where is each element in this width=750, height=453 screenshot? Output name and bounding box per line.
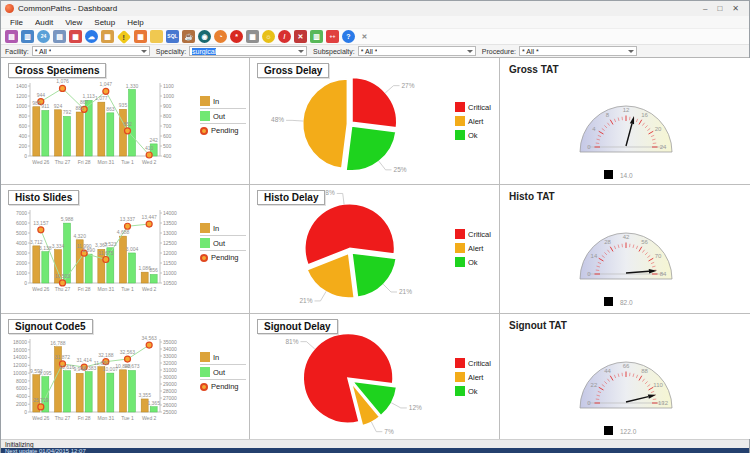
data-label: 1,076: [56, 78, 69, 84]
data-label: 863: [106, 106, 115, 112]
bar-legend: InOutPending: [200, 94, 246, 137]
close-button[interactable]: ✕: [732, 4, 739, 13]
pie-slice-ok: [346, 126, 396, 171]
svg-text:1000: 1000: [16, 270, 27, 276]
burst-icon[interactable]: *: [230, 30, 243, 43]
svg-text:28000: 28000: [163, 388, 177, 394]
svg-text:Mon 31: Mon 31: [97, 415, 114, 421]
notebook-icon[interactable]: ▤: [5, 30, 18, 43]
data-label: 3,004: [126, 246, 139, 252]
panel-title-signout-delay[interactable]: Signout Delay: [257, 319, 338, 334]
svg-text:Fri 28: Fri 28: [78, 415, 91, 421]
svg-text:2000: 2000: [16, 401, 27, 407]
svg-text:Fri 28: Fri 28: [78, 159, 91, 165]
subspecialty-combo[interactable]: * All *: [358, 46, 476, 56]
specialty-combo-value: surgical: [192, 48, 216, 55]
folder-icon[interactable]: [150, 30, 163, 43]
gauge-tick-label: 132: [658, 400, 669, 406]
pending-swatch: [200, 127, 208, 135]
gauge-value-swatch: [604, 170, 613, 179]
gear-icon[interactable]: ☼: [262, 30, 275, 43]
clipboard-icon[interactable]: ▤: [53, 30, 66, 43]
pie-percent-label: 81%: [285, 338, 298, 345]
wrench-icon[interactable]: /: [278, 30, 291, 43]
calculator-icon[interactable]: ▦: [246, 30, 259, 43]
coffee-icon[interactable]: ☕: [182, 30, 195, 43]
help-icon[interactable]: ?: [342, 30, 355, 43]
menu-item-help[interactable]: Help: [122, 17, 148, 28]
bar-out: [107, 373, 114, 412]
svg-text:6000: 6000: [16, 220, 27, 226]
hazard-icon[interactable]: !: [117, 29, 131, 43]
minimize-button[interactable]: –: [703, 4, 707, 13]
window-tiles-icon[interactable]: ▦: [69, 30, 82, 43]
gauge-tick-label: 14: [591, 253, 598, 259]
chart-window-icon[interactable]: ▦: [101, 30, 114, 43]
procedure-combo[interactable]: * All *: [519, 46, 637, 56]
maximize-button[interactable]: □: [717, 4, 722, 13]
panel-signout-tat: Signout TAT022446688110132122.0: [500, 314, 750, 439]
panel-histo-delay: Histo Delay58%21%21%CriticalAlertOk: [250, 185, 500, 314]
panel-title-histo-slides[interactable]: Histo Slides: [8, 190, 79, 205]
legend-item-ok: Ok: [455, 384, 499, 398]
specialty-combo[interactable]: surgical: [189, 46, 307, 56]
menu-bar: FileAuditViewSetupHelp: [1, 16, 749, 29]
bar-out: [42, 252, 49, 283]
panel-gross-specimens: Gross Specimens0200400600800100012001400…: [1, 58, 250, 185]
menu-item-audit[interactable]: Audit: [30, 17, 58, 28]
window-title: CommonPaths - Dashboard: [18, 4, 703, 13]
svg-text:3000: 3000: [16, 250, 27, 256]
data-label: 31,872: [55, 354, 71, 360]
bar-in: [76, 373, 83, 412]
add-add-icon[interactable]: ++: [326, 30, 339, 43]
data-label: 3,523: [104, 241, 117, 247]
gauge-tick-label: 56: [641, 239, 648, 245]
data-label: 935: [119, 102, 128, 108]
svg-text:1200: 1200: [16, 93, 27, 99]
svg-text:Wed 2: Wed 2: [142, 415, 157, 421]
data-label: 9,095: [39, 370, 52, 376]
data-label: 242: [149, 137, 158, 143]
chart-icon[interactable]: ▥: [21, 30, 34, 43]
panel-title-gross-delay[interactable]: Gross Delay: [257, 63, 329, 78]
facility-combo-value: * All *: [35, 48, 52, 55]
report-x-icon[interactable]: ✕: [294, 30, 307, 43]
sql-doc-icon[interactable]: SQL: [166, 30, 179, 43]
svg-text:Wed 2: Wed 2: [142, 159, 157, 165]
legend-item-pending: Pending: [200, 380, 246, 393]
facility-combo[interactable]: * All *: [32, 46, 150, 56]
svg-text:18000: 18000: [13, 339, 27, 345]
bar-in: [76, 112, 83, 156]
panel-title-histo-delay[interactable]: Histo Delay: [257, 190, 325, 205]
svg-text:12000: 12000: [163, 250, 177, 256]
bar-chart-histo-slides: 0100020003000400050006000700010500110001…: [3, 203, 203, 309]
menu-item-setup[interactable]: Setup: [89, 17, 120, 28]
gauge-tick-label: 42: [623, 234, 630, 240]
gauge-tick-label: 12: [623, 107, 630, 113]
data-label: 1,365: [147, 400, 160, 406]
svg-text:35000: 35000: [163, 339, 177, 345]
menu-item-file[interactable]: File: [5, 17, 28, 28]
pie-doc-icon[interactable]: ◔: [214, 30, 227, 43]
gauge-tick-label: 84: [660, 271, 667, 277]
clock-24-icon[interactable]: 24: [37, 30, 50, 43]
eye-icon[interactable]: ◉: [198, 30, 211, 43]
calendar-icon[interactable]: ▦: [134, 30, 147, 43]
panel-title-gross-specimens[interactable]: Gross Specimens: [8, 63, 106, 78]
menu-item-view[interactable]: View: [60, 17, 87, 28]
in-swatch: [200, 352, 210, 362]
legend-item-alert: Alert: [455, 114, 499, 128]
data-label: 25,719: [33, 397, 49, 403]
cloud-icon[interactable]: ☁: [85, 30, 98, 43]
pending-marker: [103, 257, 109, 263]
pie-slice-critical: [352, 77, 397, 128]
svg-text:Fri 28: Fri 28: [78, 286, 91, 292]
data-label: 31,414: [77, 357, 93, 363]
bar-in: [33, 246, 40, 283]
panel-title-signout-code5[interactable]: Signout Code5: [8, 319, 93, 334]
chevron-down-icon: [141, 50, 147, 53]
clear-icon[interactable]: ✕: [358, 30, 371, 43]
columns-icon[interactable]: ▥: [310, 30, 323, 43]
pie-percent-label: 12%: [409, 404, 422, 411]
svg-text:Wed 26: Wed 26: [32, 286, 49, 292]
